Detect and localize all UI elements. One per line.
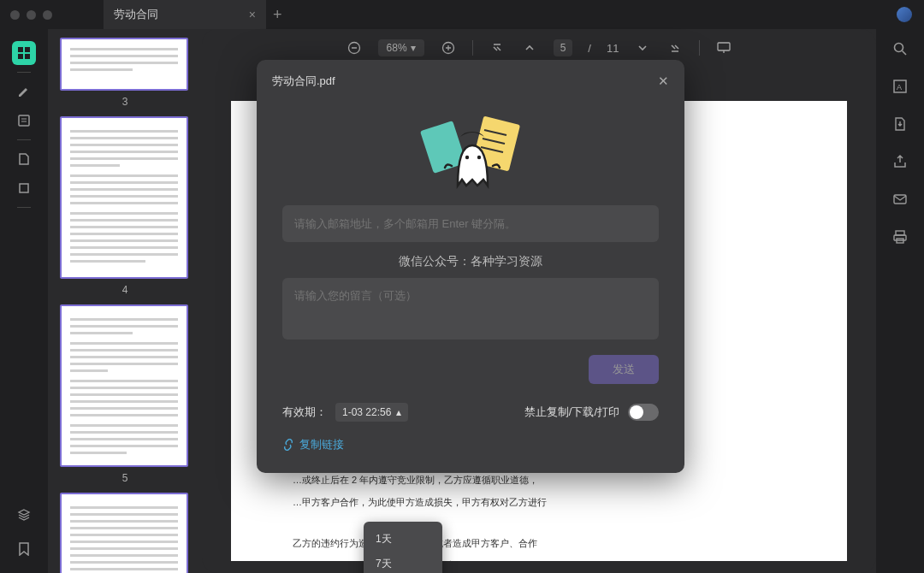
window-controls xyxy=(10,10,52,20)
chevron-up-icon: ▴ xyxy=(396,406,401,418)
layers-icon[interactable] xyxy=(12,503,36,527)
traffic-close[interactable] xyxy=(10,10,20,20)
thumbnail-item[interactable] xyxy=(60,493,190,573)
expiry-label: 有效期： xyxy=(282,405,327,420)
title-bar: 劳动合同 × + xyxy=(0,0,924,29)
share-dialog: 劳动合同.pdf ✕ 微信公众号：各种学习资源 发送 有效期： xyxy=(257,60,684,473)
traffic-max[interactable] xyxy=(43,10,52,20)
present-icon[interactable] xyxy=(715,42,732,54)
zoom-value: 68% xyxy=(387,42,407,54)
next-page-icon[interactable] xyxy=(634,43,651,53)
page-total: 11 xyxy=(607,42,619,55)
copy-link-button[interactable]: 复制链接 xyxy=(282,437,659,452)
thumbnail-panel[interactable]: 3 4 5 xyxy=(48,29,202,573)
restrict-label: 禁止复制/下载/打印 xyxy=(524,405,619,420)
prev-page-icon[interactable] xyxy=(521,43,538,53)
svg-line-9 xyxy=(903,51,907,56)
document-tab[interactable]: 劳动合同 × xyxy=(104,0,266,29)
expiry-option[interactable]: 1天 xyxy=(364,527,442,552)
svg-rect-13 xyxy=(896,231,904,235)
zoom-out-icon[interactable] xyxy=(346,41,363,55)
export-icon[interactable] xyxy=(892,116,908,135)
crop-icon[interactable] xyxy=(12,176,36,200)
svg-rect-7 xyxy=(20,184,28,192)
chevron-down-icon: ▾ xyxy=(411,42,416,54)
avatar[interactable] xyxy=(897,7,912,22)
tab-title: 劳动合同 xyxy=(114,7,158,22)
expiry-option[interactable]: 7天 xyxy=(364,552,442,573)
thumbnails-icon[interactable] xyxy=(12,41,36,65)
dialog-title: 劳动合同.pdf xyxy=(272,74,335,89)
body-text: …甲方客户合作，为此使甲方造成损失，甲方有权对乙方进行 xyxy=(274,493,804,511)
zoom-in-icon[interactable] xyxy=(440,41,457,55)
share-icon[interactable] xyxy=(892,154,908,173)
page-input[interactable]: 5 xyxy=(554,39,573,56)
traffic-min[interactable] xyxy=(27,10,36,20)
first-page-icon[interactable] xyxy=(489,42,506,54)
expiry-value: 1-03 22:56 xyxy=(342,406,391,418)
svg-rect-0 xyxy=(18,47,23,52)
message-textarea[interactable] xyxy=(282,278,659,340)
left-sidebar xyxy=(0,29,48,573)
wechat-note: 微信公众号：各种学习资源 xyxy=(282,245,659,278)
thumbnail-item[interactable]: 4 xyxy=(60,116,190,296)
note-icon[interactable] xyxy=(12,109,36,133)
mail-icon[interactable] xyxy=(892,192,908,210)
zoom-select[interactable]: 68%▾ xyxy=(378,39,424,56)
svg-point-28 xyxy=(465,156,469,159)
expiry-dropdown: 1天 7天 30天 永久 xyxy=(364,522,442,573)
print-icon[interactable] xyxy=(892,229,908,248)
svg-rect-2 xyxy=(18,54,23,59)
close-tab-icon[interactable]: × xyxy=(249,8,256,21)
body-text: 伙伴损失的，乙方应当赔偿因此所遭受的所有损失。 xyxy=(274,556,804,561)
dialog-illustration xyxy=(257,104,684,190)
svg-rect-21 xyxy=(718,43,730,50)
svg-text:A: A xyxy=(897,83,902,92)
highlight-icon[interactable] xyxy=(12,80,36,103)
svg-rect-14 xyxy=(894,235,906,240)
body-text: 乙方的违约行为造成甲方损失的，或者造成甲方客户、合作 xyxy=(274,534,804,552)
restrict-toggle[interactable] xyxy=(628,404,659,421)
email-input[interactable] xyxy=(282,205,659,242)
file-icon[interactable] xyxy=(12,147,36,171)
body-text: …或终止后在 2 年内遵守竞业限制，乙方应遵循职业道德， xyxy=(274,470,804,489)
svg-rect-4 xyxy=(19,115,29,126)
thumbnail-item[interactable]: 3 xyxy=(60,38,190,108)
last-page-icon[interactable] xyxy=(666,42,684,54)
expiry-select[interactable]: 1-03 22:56 ▴ xyxy=(335,403,408,422)
close-icon[interactable]: ✕ xyxy=(658,74,669,89)
svg-point-8 xyxy=(895,44,903,52)
thumbnail-number: 5 xyxy=(60,472,190,484)
thumbnail-number: 4 xyxy=(60,284,190,296)
new-tab-button[interactable]: + xyxy=(273,6,282,24)
right-sidebar: A xyxy=(876,29,924,573)
page-sep: / xyxy=(588,42,591,55)
svg-point-29 xyxy=(477,156,481,159)
bookmark-icon[interactable] xyxy=(12,537,36,561)
ocr-icon[interactable]: A xyxy=(892,79,908,97)
svg-rect-1 xyxy=(25,47,30,52)
send-button[interactable]: 发送 xyxy=(589,355,659,384)
search-icon[interactable] xyxy=(892,41,908,60)
svg-rect-3 xyxy=(25,54,30,59)
thumbnail-number: 3 xyxy=(60,96,190,108)
svg-rect-12 xyxy=(894,195,906,204)
thumbnail-item[interactable]: 5 xyxy=(60,304,190,484)
copy-link-label: 复制链接 xyxy=(299,437,344,452)
